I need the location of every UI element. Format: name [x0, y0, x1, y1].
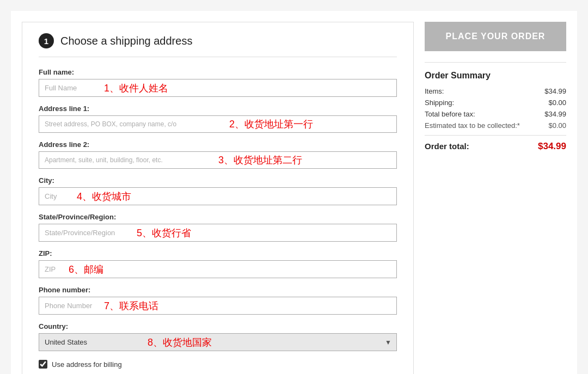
step-circle: 1	[39, 33, 54, 48]
left-panel: 1 Choose a shipping address Full name: 1…	[22, 22, 414, 374]
city-input[interactable]	[39, 187, 397, 205]
summary-divider	[425, 135, 566, 136]
city-group: City: 4、收货城市	[39, 176, 397, 205]
tax-row: Estimated tax to be collected:* $0.00	[425, 121, 566, 130]
order-total-row: Order total: $34.99	[425, 141, 566, 152]
order-total-value: $34.99	[538, 141, 566, 152]
page-container: 1 Choose a shipping address Full name: 1…	[11, 11, 577, 374]
zip-input[interactable]	[39, 260, 397, 278]
state-label: State/Province/Region:	[39, 213, 397, 221]
place-order-button[interactable]: PLACE YOUR ORDER	[425, 22, 566, 51]
order-total-label: Order total:	[425, 142, 469, 151]
country-select[interactable]: United States Canada United Kingdom Aust…	[39, 333, 397, 351]
billing-checkbox-row: Use address for billing	[39, 360, 397, 369]
country-select-wrapper: United States Canada United Kingdom Aust…	[39, 333, 397, 351]
full-name-group: Full name: 1、收件人姓名	[39, 68, 397, 97]
full-name-input-wrapper: 1、收件人姓名	[39, 79, 397, 97]
total-before-tax-row: Total before tax: $34.99	[425, 110, 566, 118]
zip-group: ZIP: 6、邮编	[39, 249, 397, 278]
address1-label: Address line 1:	[39, 105, 397, 113]
shipping-label: Shipping:	[425, 99, 454, 107]
phone-group: Phone number: 7、联系电话	[39, 286, 397, 315]
section-title: Choose a shipping address	[60, 35, 192, 47]
total-before-tax-value: $34.99	[544, 110, 566, 118]
address1-input[interactable]	[39, 115, 397, 133]
country-label: Country:	[39, 322, 397, 330]
full-name-input[interactable]	[39, 79, 397, 97]
state-input[interactable]	[39, 224, 397, 242]
items-value: $34.99	[544, 87, 566, 95]
shipping-value: $0.00	[548, 99, 566, 107]
state-input-wrapper: 5、收货行省	[39, 224, 397, 242]
address2-input[interactable]	[39, 151, 397, 169]
phone-input[interactable]	[39, 297, 397, 315]
section-header: 1 Choose a shipping address	[39, 33, 397, 57]
items-row: Items: $34.99	[425, 87, 566, 95]
address2-label: Address line 2:	[39, 140, 397, 149]
right-panel: PLACE YOUR ORDER Order Summary Items: $3…	[425, 22, 566, 374]
billing-checkbox-label[interactable]: Use address for billing	[52, 360, 122, 369]
full-name-label: Full name:	[39, 68, 397, 76]
city-label: City:	[39, 176, 397, 185]
city-input-wrapper: 4、收货城市	[39, 187, 397, 205]
order-summary-title: Order Summary	[425, 71, 566, 81]
order-summary-section: Order Summary Items: $34.99 Shipping: $0…	[425, 62, 566, 152]
tax-label: Estimated tax to be collected:*	[425, 121, 520, 130]
phone-input-wrapper: 7、联系电话	[39, 297, 397, 315]
address2-group: Address line 2: 3、收货地址第二行	[39, 140, 397, 169]
zip-input-wrapper: 6、邮编	[39, 260, 397, 278]
items-label: Items:	[425, 87, 444, 95]
total-before-tax-label: Total before tax:	[425, 110, 475, 118]
shipping-row: Shipping: $0.00	[425, 99, 566, 107]
zip-label: ZIP:	[39, 249, 397, 257]
billing-checkbox[interactable]	[39, 360, 47, 369]
watermark: 值·什么值得买	[425, 355, 566, 374]
address1-group: Address line 1: 2、收货地址第一行	[39, 105, 397, 133]
phone-label: Phone number:	[39, 286, 397, 294]
tax-value: $0.00	[548, 121, 566, 130]
address1-input-wrapper: 2、收货地址第一行	[39, 115, 397, 133]
country-group: Country: United States Canada United Kin…	[39, 322, 397, 351]
state-group: State/Province/Region: 5、收货行省	[39, 213, 397, 242]
address2-input-wrapper: 3、收货地址第二行	[39, 151, 397, 169]
